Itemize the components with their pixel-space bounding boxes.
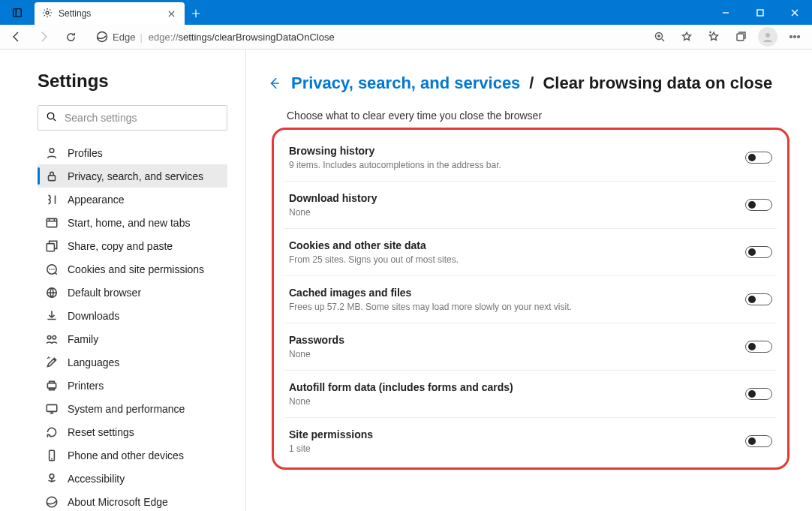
option-text: Browsing history9 items. Includes autoco… [289, 145, 501, 170]
search-icon [46, 111, 57, 125]
address-url: edge://settings/clearBrowsingDataOnClose [149, 32, 335, 43]
option-desc: Frees up 57.2 MB. Some sites may load mo… [289, 302, 572, 312]
sidebar-item-share-copy-and-paste[interactable]: Share, copy and paste [38, 234, 227, 257]
svg-rect-15 [47, 243, 54, 251]
option-desc: None [289, 396, 513, 407]
star-plus-icon[interactable] [674, 26, 699, 47]
clear-data-options-panel: Browsing history9 items. Includes autoco… [272, 128, 789, 470]
option-title: Cached images and files [289, 287, 572, 299]
nav-icon [45, 425, 59, 439]
close-window-button[interactable] [777, 0, 812, 25]
minimize-button[interactable] [708, 0, 743, 25]
profile-avatar[interactable] [755, 26, 780, 47]
favorites-icon[interactable] [701, 26, 726, 47]
toggle-switch[interactable] [745, 388, 772, 400]
svg-point-27 [50, 473, 54, 478]
sidebar-item-label: Cookies and site permissions [68, 263, 204, 275]
address-separator: | [140, 32, 142, 43]
search-settings-box[interactable] [38, 105, 227, 131]
svg-point-12 [50, 148, 54, 152]
new-tab-button[interactable] [185, 2, 207, 25]
sidebar-item-reset-settings[interactable]: Reset settings [38, 420, 227, 443]
sidebar-item-printers[interactable]: Printers [38, 374, 227, 397]
sidebar-item-privacy-search-and-services[interactable]: Privacy, search, and services [38, 164, 227, 188]
option-text: Site permissions1 site [289, 428, 373, 454]
toggle-switch[interactable] [745, 341, 772, 353]
sidebar-item-default-browser[interactable]: Default browser [38, 281, 227, 304]
option-title: Passwords [289, 334, 344, 346]
breadcrumb-back-icon[interactable] [267, 76, 282, 91]
option-title: Browsing history [289, 145, 501, 157]
sidebar-item-label: Printers [68, 380, 104, 392]
refresh-button[interactable] [59, 26, 83, 47]
window-controls [708, 0, 812, 25]
section-subtitle: Choose what to clear every time you clos… [287, 110, 794, 122]
option-title: Autofill form data (includes forms and c… [289, 381, 513, 393]
toggle-switch[interactable] [745, 435, 772, 447]
address-bar[interactable]: Edge | edge://settings/clearBrowsingData… [90, 27, 639, 47]
sidebar-item-phone-and-other-devices[interactable]: Phone and other devices [38, 443, 227, 467]
sidebar-item-profiles[interactable]: Profiles [38, 141, 227, 164]
sidebar-item-languages[interactable]: Languages [38, 350, 227, 374]
option-text: Autofill form data (includes forms and c… [289, 381, 513, 407]
sidebar-item-start-home-and-new-tabs[interactable]: Start, home, and new tabs [38, 211, 227, 234]
back-button[interactable] [5, 26, 29, 47]
sidebar-item-system-and-performance[interactable]: System and performance [38, 397, 227, 420]
breadcrumb-link[interactable]: Privacy, search, and services [291, 74, 520, 93]
nav-icon [45, 286, 59, 299]
toggle-switch[interactable] [745, 246, 772, 258]
svg-rect-0 [14, 8, 22, 17]
breadcrumb-current: Clear browsing data on close [543, 74, 772, 93]
option-desc: None [289, 207, 377, 218]
sidebar-item-label: Accessibility [68, 473, 125, 485]
sidebar-item-label: Downloads [68, 310, 119, 322]
option-row: Cookies and other site dataFrom 25 sites… [284, 229, 777, 276]
forward-button[interactable] [32, 26, 56, 47]
toggle-switch[interactable] [745, 152, 772, 164]
svg-point-26 [52, 458, 53, 459]
close-icon[interactable] [165, 8, 177, 20]
toolbar-right [647, 26, 807, 47]
more-icon[interactable] [782, 26, 807, 47]
zoom-icon[interactable] [647, 26, 672, 47]
sidebar-item-label: Privacy, search, and services [68, 170, 203, 182]
settings-page: Settings ProfilesPrivacy, search, and se… [0, 50, 812, 511]
sidebar-item-label: Phone and other devices [68, 449, 184, 461]
collections-icon[interactable] [728, 26, 753, 47]
page-title: Settings [38, 71, 227, 92]
option-title: Download history [289, 192, 377, 204]
tab-title: Settings [59, 8, 91, 19]
sidebar-item-label: Default browser [68, 287, 141, 299]
sidebar-item-appearance[interactable]: Appearance [38, 188, 227, 211]
svg-point-8 [790, 36, 792, 38]
tab-settings[interactable]: Settings [35, 2, 185, 25]
breadcrumb-separator: / [529, 74, 534, 93]
maximize-button[interactable] [743, 0, 777, 25]
titlebar-drag-region [207, 0, 708, 25]
settings-nav-list: ProfilesPrivacy, search, and servicesApp… [38, 141, 227, 511]
option-title: Site permissions [289, 428, 373, 440]
toggle-switch[interactable] [745, 199, 772, 211]
option-row: Cached images and filesFrees up 57.2 MB.… [284, 276, 777, 323]
sidebar-item-label: Share, copy and paste [68, 240, 173, 252]
sidebar-item-downloads[interactable]: Downloads [38, 304, 227, 327]
sidebar-item-accessibility[interactable]: Accessibility [38, 467, 227, 490]
sidebar-item-label: About Microsoft Edge [68, 496, 168, 508]
sidebar-item-cookies-and-site-permissions[interactable]: Cookies and site permissions [38, 257, 227, 281]
svg-rect-13 [49, 175, 56, 180]
option-text: Download historyNone [289, 192, 377, 218]
nav-icon [45, 449, 59, 462]
tab-actions-button[interactable] [0, 0, 35, 25]
sidebar-item-about-microsoft-edge[interactable]: About Microsoft Edge [38, 490, 227, 511]
toggle-switch[interactable] [745, 293, 772, 305]
svg-rect-24 [47, 404, 57, 411]
sidebar-item-label: Appearance [68, 194, 125, 206]
option-text: Cached images and filesFrees up 57.2 MB.… [289, 287, 572, 312]
option-row: Autofill form data (includes forms and c… [284, 371, 777, 418]
nav-icon [45, 309, 59, 323]
sidebar-item-label: Start, home, and new tabs [68, 217, 190, 229]
nav-icon [45, 239, 59, 253]
search-input[interactable] [65, 112, 219, 124]
sidebar-item-family[interactable]: Family [38, 327, 227, 350]
edge-logo-icon [96, 31, 108, 43]
